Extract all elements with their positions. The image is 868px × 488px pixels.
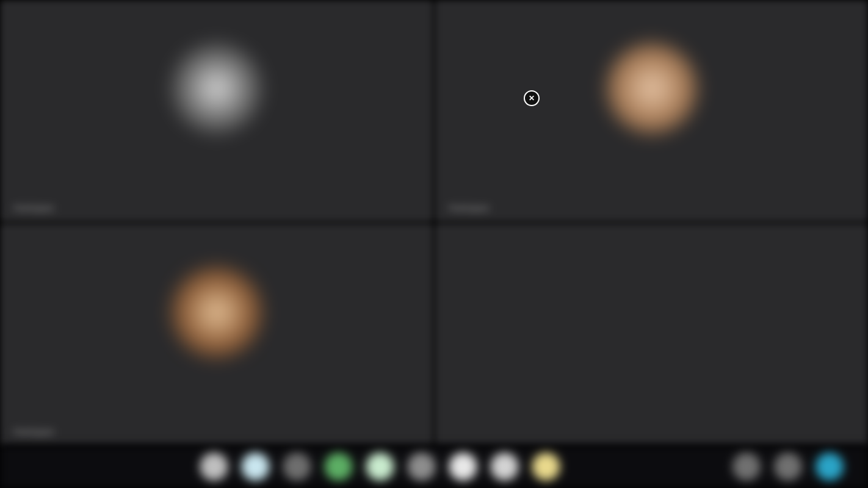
- dock-item[interactable]: [732, 453, 761, 481]
- dock-item[interactable]: [774, 453, 802, 481]
- dock-item[interactable]: [449, 453, 477, 481]
- video-grid: Participant Participant Participant: [0, 0, 868, 445]
- dock-item[interactable]: [491, 453, 519, 481]
- participant-name: Participant: [13, 203, 54, 213]
- video-tile[interactable]: Participant: [435, 0, 868, 221]
- dock-item[interactable]: [200, 453, 228, 481]
- dock-item[interactable]: [325, 453, 353, 481]
- dock-item[interactable]: [242, 453, 270, 481]
- dock-item[interactable]: [408, 453, 436, 481]
- close-icon: ✕: [529, 94, 535, 102]
- video-tile[interactable]: Participant: [0, 0, 433, 221]
- participant-name: Participant: [449, 203, 489, 213]
- participant-name: Participant: [13, 427, 54, 437]
- close-button[interactable]: ✕: [524, 90, 540, 106]
- dock-center: [200, 453, 560, 481]
- dock-item[interactable]: [366, 453, 394, 481]
- avatar: [171, 43, 262, 134]
- dock-right: [732, 453, 844, 481]
- dock: [0, 445, 868, 488]
- video-tile[interactable]: Participant: [0, 224, 433, 445]
- avatar: [606, 43, 698, 134]
- video-tile[interactable]: [435, 224, 868, 445]
- dock-item[interactable]: [816, 453, 844, 481]
- dock-item[interactable]: [532, 453, 560, 481]
- avatar: [171, 267, 262, 358]
- dock-item[interactable]: [283, 453, 311, 481]
